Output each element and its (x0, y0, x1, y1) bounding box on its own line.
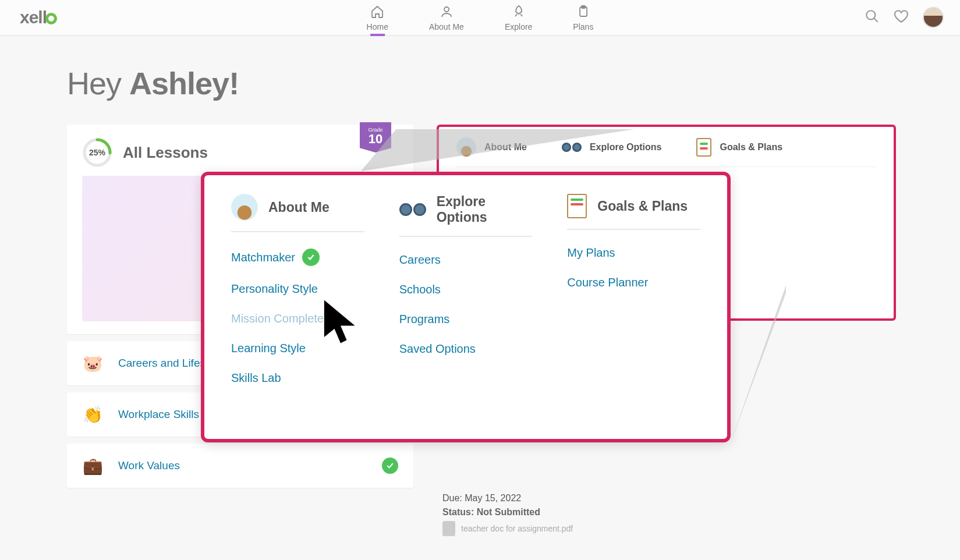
nav-about-label: About Me (429, 22, 464, 31)
link-matchmaker[interactable]: Matchmaker (231, 249, 364, 266)
zoom-about-header: About Me (231, 194, 364, 232)
file-icon (442, 521, 455, 536)
link-saved[interactable]: Saved Options (399, 342, 533, 356)
zoom-goals-header: Goals & Plans (567, 194, 700, 230)
cursor-icon (318, 298, 363, 352)
nav-explore-label: Explore (505, 22, 532, 31)
binoculars-icon (562, 143, 582, 152)
zoom-explore-title: Explore Options (437, 194, 533, 225)
quick-explore-label: Explore Options (590, 142, 662, 153)
nav-plans-label: Plans (573, 22, 593, 31)
piggy-icon: 🐷 (82, 353, 103, 374)
lesson-row-label: Work Values (118, 459, 180, 472)
zoom-col-about: About Me Matchmaker Personality Style Mi… (231, 194, 364, 401)
progress-ring: 25% (82, 137, 112, 168)
link-programs[interactable]: Programs (399, 313, 533, 326)
progress-percent: 25% (82, 137, 112, 168)
link-label: Learning Style (231, 342, 306, 355)
nav-explore[interactable]: Explore (505, 0, 532, 35)
check-icon (382, 458, 398, 474)
assignment-block: Due: May 15, 2022 Status: Not Submitted … (437, 490, 896, 540)
lesson-row-label: Workplace Skills a (118, 408, 208, 421)
link-label: Schools (399, 283, 441, 296)
nav-home-label: Home (367, 22, 388, 31)
link-label: Matchmaker (231, 251, 295, 264)
greeting-name: Ashley (129, 66, 229, 101)
link-schools[interactable]: Schools (399, 283, 533, 296)
link-label: Saved Options (399, 342, 476, 356)
quick-explore[interactable]: Explore Options (562, 142, 662, 153)
about-icon (231, 194, 258, 221)
checklist-icon (696, 138, 711, 157)
quick-goals[interactable]: Goals & Plans (696, 138, 782, 157)
greeting: Hey Ashley! (67, 65, 896, 101)
topbar: xell Home About Me Explore Plans (0, 0, 960, 36)
lessons-header: 25% All Lessons Grade 10 (82, 137, 398, 168)
zoom-col-explore: Explore Options Careers Schools Programs… (399, 194, 533, 401)
zoom-overlay: About Me Matchmaker Personality Style Mi… (201, 172, 731, 442)
lessons-title: All Lessons (123, 144, 208, 162)
logo-text: xell (20, 8, 47, 27)
heart-icon[interactable] (894, 9, 909, 26)
main-nav: Home About Me Explore Plans (367, 0, 594, 35)
assignment-file[interactable]: teacher doc for assignment.pdf (461, 524, 573, 533)
topbar-right (865, 7, 944, 28)
logo-o-icon (45, 13, 57, 24)
logo[interactable]: xell (20, 8, 57, 27)
clap-icon: 👏 (82, 404, 103, 425)
assignment-status: Status: Not Submitted (442, 507, 890, 518)
link-personality[interactable]: Personality Style (231, 282, 364, 296)
greeting-prefix: Hey (67, 66, 129, 101)
briefcase-icon: 💼 (82, 455, 103, 476)
svg-point-0 (444, 7, 449, 12)
rocket-icon (512, 5, 526, 20)
quick-goals-label: Goals & Plans (720, 142, 782, 153)
link-label: My Plans (567, 246, 615, 260)
check-icon (302, 249, 320, 266)
zoom-col-goals: Goals & Plans My Plans Course Planner (567, 194, 700, 401)
nav-about[interactable]: About Me (429, 0, 464, 35)
lesson-row-label: Careers and Lifes (118, 357, 206, 370)
link-myplans[interactable]: My Plans (567, 246, 700, 260)
grade-number: 10 (369, 132, 382, 146)
person-icon (440, 5, 454, 20)
svg-point-3 (866, 10, 875, 19)
link-label: Programs (399, 313, 450, 326)
link-skillslab[interactable]: Skills Lab (231, 371, 364, 385)
greeting-suffix: ! (229, 66, 239, 101)
clipboard-icon (576, 5, 590, 20)
link-label: Careers (399, 253, 441, 267)
nav-home[interactable]: Home (367, 0, 388, 35)
zoom-explore-header: Explore Options (399, 194, 533, 237)
search-icon[interactable] (865, 9, 880, 26)
link-label: Personality Style (231, 282, 318, 296)
link-courseplanner[interactable]: Course Planner (567, 276, 700, 289)
link-label: Course Planner (567, 276, 648, 289)
link-label: Skills Lab (231, 371, 281, 385)
link-label: Mission Complete (231, 312, 324, 325)
lesson-row-workvalues[interactable]: 💼 Work Values (67, 444, 413, 488)
nav-plans[interactable]: Plans (573, 0, 593, 35)
avatar[interactable] (923, 7, 944, 28)
home-icon (370, 5, 384, 20)
binoculars-icon (399, 203, 426, 216)
checklist-icon (567, 194, 587, 218)
link-careers[interactable]: Careers (399, 253, 533, 267)
assignment-due: Due: May 15, 2022 (442, 493, 890, 504)
zoom-about-title: About Me (268, 200, 330, 215)
zoom-goals-title: Goals & Plans (597, 199, 688, 214)
